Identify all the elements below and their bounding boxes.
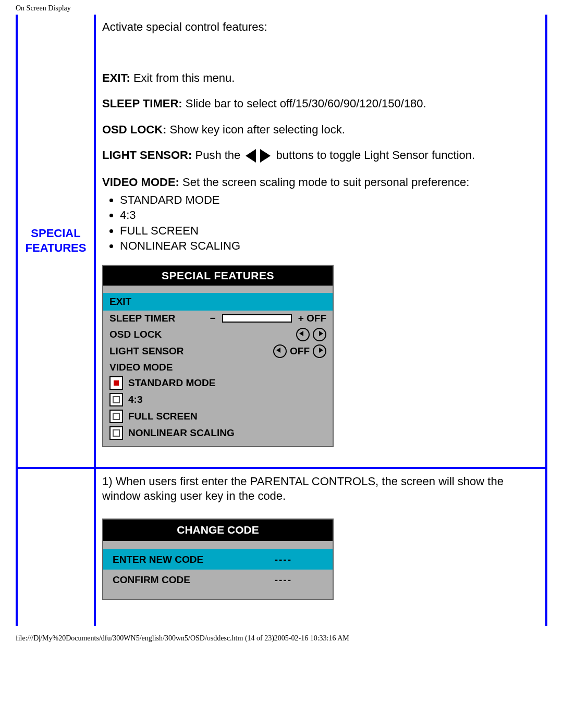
arrow-right-icon[interactable] [313,344,326,358]
light-sensor-value: OFF [290,345,310,357]
sleep-slider[interactable] [222,314,292,323]
radio-icon [109,393,123,406]
video-mode-list: STANDARD MODE 4:3 FULL SCREEN NONLINEAR … [120,193,536,253]
parental-intro: 1) When users first enter the PARENTAL C… [102,474,536,503]
enter-new-code-row[interactable]: ENTER NEW CODE ---- [103,549,333,570]
osd-exit-row[interactable]: EXIT [103,293,333,311]
osd-option-fullscreen[interactable]: FULL SCREEN [103,408,333,425]
change-code-title: CHANGE CODE [103,520,333,540]
osd-lock-label: OSD LOCK [109,328,162,341]
section-title-line: FEATURES [26,241,87,256]
def-light-sensor: LIGHT SENSOR: Push the buttons to toggle… [102,148,536,164]
parental-body: 1) When users first enter the PARENTAL C… [96,469,545,626]
osd-video-mode-row: VIDEO MODE [103,360,333,375]
arrow-right-icon[interactable] [313,328,326,341]
osd-sleep-timer-row[interactable]: SLEEP TIMER − + OFF [103,311,333,326]
minus-icon: − [210,312,216,325]
osd-lock-row[interactable]: OSD LOCK [103,326,333,343]
arrow-left-icon[interactable] [273,344,287,358]
desc-after: buttons to toggle Light Sensor function. [276,149,475,162]
term: LIGHT SENSOR: [102,149,192,162]
option-label: 4:3 [128,393,142,406]
section-body: Activate special control features: EXIT:… [96,15,545,467]
section-title-line: SPECIAL [31,226,80,241]
desc: Exit from this menu. [133,71,235,84]
section-intro: Activate special control features: [102,20,536,34]
list-item: 4:3 [120,208,536,223]
list-item: FULL SCREEN [120,224,536,238]
page-header: On Screen Display [0,0,563,15]
def-exit: EXIT: Exit from this menu. [102,71,536,85]
option-label: STANDARD MODE [128,377,215,389]
radio-selected-icon [109,376,123,390]
svg-marker-1 [260,149,271,163]
desc: Set the screen scaling mode to suit pers… [182,176,469,189]
section-title-empty [18,469,96,626]
confirm-code-label: CONFIRM CODE [113,574,190,586]
term: OSD LOCK: [102,123,166,136]
change-code-panel: CHANGE CODE ENTER NEW CODE ---- CONFIRM … [102,519,334,600]
enter-code-label: ENTER NEW CODE [113,553,203,566]
section-title: SPECIAL FEATURES [18,15,96,467]
arrow-left-icon[interactable] [296,328,310,341]
radio-icon [109,426,123,440]
content-frame: SPECIAL FEATURES Activate special contro… [16,15,547,626]
osd-option-standard[interactable]: STANDARD MODE [103,375,333,391]
left-right-arrow-icon [243,148,273,164]
sleep-plus-label: + OFF [298,312,326,325]
def-sleep-timer: SLEEP TIMER: Slide bar to select off/15/… [102,96,536,111]
term: EXIT: [102,71,130,84]
osd-videomode-label: VIDEO MODE [109,361,173,374]
osd-special-features-panel: SPECIAL FEATURES EXIT SLEEP TIMER − + OF… [102,265,334,448]
osd-light-sensor-row[interactable]: LIGHT SENSOR OFF [103,343,333,360]
confirm-code-row[interactable]: CONFIRM CODE ---- [103,570,333,590]
list-item: STANDARD MODE [120,193,536,207]
option-label: FULL SCREEN [128,410,198,423]
svg-marker-0 [246,149,256,163]
desc: Slide bar to select off/15/30/60/90/120/… [186,97,426,110]
code-value: ---- [275,574,292,586]
osd-light-label: LIGHT SENSOR [109,345,184,357]
desc-before: Push the [195,149,243,162]
radio-icon [109,410,123,423]
term: VIDEO MODE: [102,176,179,189]
code-value: ---- [275,553,292,566]
osd-sleep-label: SLEEP TIMER [109,312,175,325]
def-osd-lock: OSD LOCK: Show key icon after selecting … [102,122,536,137]
osd-option-43[interactable]: 4:3 [103,391,333,408]
page-footer: file:///D|/My%20Documents/dfu/300WN5/eng… [0,626,563,653]
option-label: NONLINEAR SCALING [128,427,235,439]
osd-option-nonlinear[interactable]: NONLINEAR SCALING [103,425,333,446]
def-video-mode: VIDEO MODE: Set the screen scaling mode … [102,175,536,190]
term: SLEEP TIMER: [102,97,182,110]
desc: Show key icon after selecting lock. [170,123,345,136]
osd-title: SPECIAL FEATURES [103,266,333,286]
list-item: NONLINEAR SCALING [120,239,536,253]
